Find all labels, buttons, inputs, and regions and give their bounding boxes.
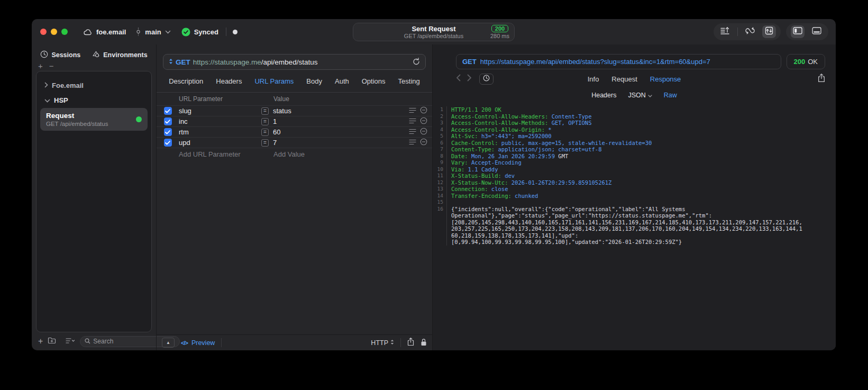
layout-bottombar-button[interactable] [810,25,824,38]
param-name-field[interactable]: upd [179,139,261,147]
request-status-capsule[interactable]: Sent Request GET /api/embed/status 200 2… [353,23,515,41]
param-value-field[interactable]: 1 [273,117,277,125]
sync-status[interactable]: Synced [181,28,218,37]
remove-session-button[interactable]: − [49,63,54,69]
request-response-toggle-button[interactable] [762,25,776,38]
syntax-segment: {"incidents":null,"overall":{"code":"ope… [451,206,686,212]
tree-group-hsp[interactable]: HSP [39,93,149,107]
param-value-field[interactable]: status [273,107,291,115]
line-number: 13 [433,186,446,193]
response-line: 12X-Status-Now-Utc: 2026-01-26T20:29:59.… [433,179,836,186]
sort-filter-button[interactable] [66,337,75,346]
format-tab-raw[interactable]: Raw [664,92,677,99]
resend-request-button[interactable] [413,57,420,67]
format-tab-headers[interactable]: Headers [591,92,616,99]
preview-button[interactable]: </> Preview [181,339,215,347]
tab-testing[interactable]: Testing [398,77,420,85]
param-value-cell[interactable]: =status [261,107,409,115]
param-checkbox[interactable] [164,107,172,115]
param-name-field[interactable]: inc [179,117,261,125]
line-number: 7 [433,146,446,153]
param-row-actions [409,138,432,147]
add-session-button[interactable]: + [38,63,43,69]
param-value-cell[interactable]: =60 [261,128,409,136]
request-item-texts: Request GET /api/embed/status [46,112,136,127]
response-line: 2Access-Control-Allow-Headers: Content-T… [433,113,836,120]
tools-group [714,23,781,40]
project-cluster[interactable]: foe.email [84,28,126,36]
response-tab-info[interactable]: Info [588,75,599,83]
response-tab-request[interactable]: Request [611,75,637,83]
share-button[interactable] [407,338,414,348]
param-value-field[interactable]: 60 [273,128,280,136]
response-panel: GET https://statuspage.me/api/embed/stat… [433,44,836,350]
param-checkbox[interactable] [164,139,172,147]
tab-description[interactable]: Description [169,77,203,85]
response-body[interactable]: 1HTTP/1.1 200 OK2Access-Control-Allow-He… [433,102,836,350]
syntax-segment: Date: [451,153,468,159]
chevron-down-icon [44,96,50,104]
add-param-value[interactable]: Add Value [261,150,432,158]
response-tab-response[interactable]: Response [650,75,681,83]
add-param-name[interactable]: Add URL Parameter [179,150,261,158]
tab-options[interactable]: Options [362,77,386,85]
tab-headers[interactable]: Headers [216,77,242,85]
response-line: 4Access-Control-Allow-Origin: * [433,126,836,133]
param-row-checkbox-cell [157,107,179,115]
tab-url-params[interactable]: URL Params [254,77,294,85]
row-menu-icon[interactable] [409,128,416,136]
sidebar-tab-environments[interactable]: Environments [92,50,147,60]
import-export-button[interactable] [718,25,732,38]
line-content: Content-Type: application/json; charset=… [446,146,836,153]
request-url-bar[interactable]: GET https://statuspage.me/api/embed/stat… [163,54,426,70]
sidebar-tab-sessions[interactable]: Sessions [40,50,80,60]
lock-icon [421,338,427,348]
zoom-window-button[interactable] [61,29,68,35]
new-folder-button[interactable] [48,337,56,346]
row-menu-icon[interactable] [409,139,416,147]
line-number: 16 [433,206,446,213]
branch-selector[interactable]: main [135,28,170,36]
request-url[interactable]: https://statuspage.me/api/embed/status [193,58,318,66]
lock-button[interactable] [421,338,427,348]
remove-param-icon[interactable] [420,138,427,147]
equals-icon: = [261,107,269,115]
line-number: 14 [433,193,446,199]
param-value-cell[interactable]: =1 [261,117,409,125]
layout-sidebar-button[interactable] [791,25,805,38]
line-number: 9 [433,159,446,166]
titlebar-divider [226,28,226,36]
param-checkbox[interactable] [164,128,172,136]
minimize-window-button[interactable] [51,29,57,35]
close-window-button[interactable] [40,29,47,35]
param-checkbox[interactable] [164,117,172,125]
param-value-field[interactable]: 7 [273,139,277,147]
protocol-selector[interactable]: HTTP [371,339,394,347]
add-param-row[interactable]: Add URL Parameter Add Value [157,148,432,160]
remove-param-icon[interactable] [420,117,427,126]
param-value-cell[interactable]: =7 [261,139,409,147]
request-method[interactable]: GET [176,58,190,66]
remove-param-icon[interactable] [420,128,427,137]
new-request-button[interactable]: + [38,338,43,345]
collapse-panel-button[interactable]: ▲ [162,338,175,348]
response-url-box[interactable]: GET https://statuspage.me/api/embed/stat… [456,54,781,69]
line-number [433,239,446,246]
sidebar-item-request[interactable]: Request GET /api/embed/status [40,108,148,131]
line-content: {"incidents":null,"overall":{"code":"ope… [446,206,836,213]
params-rows: slug=statusinc=1rtm=60upd=7 [157,105,432,148]
tree-group-foe-email[interactable]: Foe.email [39,78,149,93]
param-name-field[interactable]: rtm [179,128,261,136]
sidebar-tabs: SessionsEnvironments [32,48,156,62]
sync-loop-button[interactable] [743,25,757,38]
format-tab-json[interactable]: JSON [628,92,652,99]
param-row-checkbox-cell [157,139,179,147]
syntax-segment: Access-Control-Allow-Headers: [451,113,548,120]
tab-auth[interactable]: Auth [335,77,349,85]
row-menu-icon[interactable] [409,107,416,115]
remove-param-icon[interactable] [420,106,427,115]
tab-body[interactable]: Body [306,77,322,85]
project-name: foe.email [96,28,126,36]
param-name-field[interactable]: slug [179,107,261,115]
row-menu-icon[interactable] [409,117,416,125]
